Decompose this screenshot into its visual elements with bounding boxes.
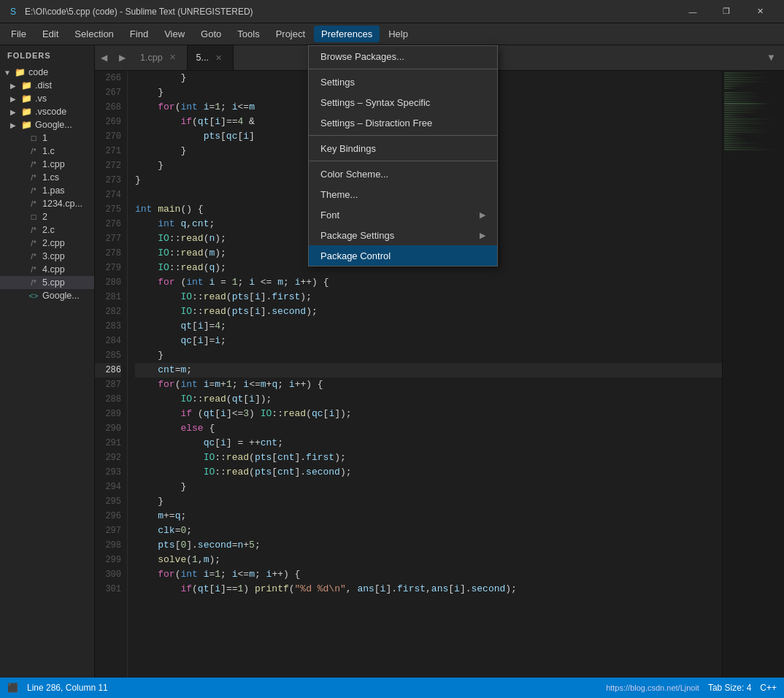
tab-5cpp[interactable]: 5... ✕ — [188, 45, 234, 70]
line-num-301: 301 — [95, 582, 121, 597]
sidebar-item-1c[interactable]: ▶ /* 1.c — [0, 145, 94, 158]
tab-1cpp[interactable]: 1.cpp ✕ — [131, 45, 188, 70]
sidebar-item-5cpp[interactable]: ▶ /* 5.cpp — [0, 276, 94, 289]
mini-line — [724, 110, 760, 111]
file-icon: □ — [28, 212, 39, 221]
sidebar-item-vscode[interactable]: ▶ 📁 .vscode — [0, 105, 94, 118]
maximize-button[interactable]: ❐ — [710, 0, 743, 23]
folder-icon: 📁 — [20, 120, 32, 130]
settings-syntax-label: Settings – Syntax Specific — [320, 97, 430, 108]
sidebar-item-1[interactable]: ▶ □ 1 — [0, 131, 94, 145]
cursor-position: Line 286, Column 11 — [27, 683, 108, 693]
window-controls: — ❐ ✕ — [676, 0, 777, 23]
sidebar-item-dist[interactable]: ▶ 📁 .dist — [0, 79, 94, 92]
menu-project[interactable]: Project — [269, 26, 312, 42]
menu-preferences[interactable]: Preferences — [314, 26, 380, 42]
package-control-label: Package Control — [320, 250, 391, 261]
line-num-300: 300 — [95, 567, 121, 582]
mini-line — [724, 114, 745, 115]
expand-arrow: ▶ — [10, 95, 20, 103]
line-num-274: 274 — [95, 188, 121, 202]
mini-line — [724, 116, 749, 118]
line-num-298: 298 — [95, 538, 121, 553]
tab-nav-prev[interactable]: ◀ — [95, 45, 113, 70]
file-icon: /* — [28, 252, 39, 261]
sidebar-item-2cpp[interactable]: ▶ /* 2.cpp — [0, 237, 94, 250]
sidebar-item-2c[interactable]: ▶ /* 2.c — [0, 223, 94, 237]
submenu-arrow: ▶ — [480, 210, 485, 220]
language-label[interactable]: C++ — [760, 683, 777, 693]
code-line-286: cnt=m; — [135, 363, 722, 377]
line-num-266: 266 — [95, 71, 121, 85]
sidebar-item-4cpp[interactable]: ▶ /* 4.cpp — [0, 263, 94, 276]
menu-settings[interactable]: Settings — [309, 72, 497, 92]
mini-line — [724, 118, 776, 120]
mini-line — [724, 96, 763, 98]
sidebar-item-1pas[interactable]: ▶ /* 1.pas — [0, 184, 94, 197]
sidebar-item-1cs[interactable]: ▶ /* 1.cs — [0, 171, 94, 184]
file-name: 2.cpp — [42, 238, 65, 248]
menu-color-scheme[interactable]: Color Scheme... — [309, 164, 497, 184]
mini-line — [724, 72, 766, 74]
menu-find[interactable]: Find — [123, 26, 155, 42]
expand-arrow: ▼ — [4, 69, 14, 77]
line-num-284: 284 — [95, 334, 121, 348]
sidebar-item-1cpp[interactable]: ▶ /* 1.cpp — [0, 158, 94, 171]
menu-settings-df[interactable]: Settings – Distraction Free — [309, 112, 497, 133]
menu-tools[interactable]: Tools — [230, 26, 266, 42]
minimize-button[interactable]: — — [676, 0, 710, 23]
file-icon: /* — [28, 160, 39, 169]
mini-line — [724, 123, 772, 124]
sidebar-item-google-file[interactable]: ▶ <> Google... — [0, 289, 94, 302]
sidebar-item-vs[interactable]: ▶ 📁 .vs — [0, 92, 94, 105]
line-num-291: 291 — [95, 436, 121, 450]
line-num-285: 285 — [95, 348, 121, 363]
menu-package-control[interactable]: Package Control — [309, 245, 497, 266]
code-line-281: IO::read(pts[i].first); — [135, 290, 722, 304]
close-button[interactable]: ✕ — [743, 0, 777, 23]
line-num-287: 287 — [95, 377, 121, 392]
menu-theme[interactable]: Theme... — [309, 184, 497, 204]
tab-close-button[interactable]: ✕ — [213, 53, 224, 64]
menu-view[interactable]: View — [157, 26, 192, 42]
code-line-285: } — [135, 348, 722, 363]
mini-line — [724, 83, 750, 85]
folder-icon: 📁 — [20, 93, 32, 104]
line-num-272: 272 — [95, 158, 121, 173]
menu-separator — [309, 69, 497, 69]
code-line-282: IO::read(pts[i].second); — [135, 304, 722, 319]
line-num-290: 290 — [95, 421, 121, 436]
line-numbers: 266 267 268 269 270 271 272 273 274 275 … — [95, 71, 128, 678]
code-line-301: if(qt[i]==1) printf("%d %d\n", ans[i].fi… — [135, 582, 722, 597]
menu-file[interactable]: File — [4, 26, 34, 42]
menu-help[interactable]: Help — [381, 26, 415, 42]
menu-package-settings[interactable]: Package Settings ▶ — [309, 225, 497, 245]
mini-line — [724, 149, 777, 150]
mini-line — [724, 120, 763, 122]
line-num-268: 268 — [95, 100, 121, 115]
line-num-282: 282 — [95, 304, 121, 319]
menu-font[interactable]: Font ▶ — [309, 204, 497, 225]
folder-icon: 📁 — [14, 67, 26, 77]
menu-key-bindings[interactable]: Key Bindings — [309, 138, 497, 158]
tab-list-button[interactable]: ▼ — [758, 45, 784, 70]
tab-close-button[interactable]: ✕ — [167, 52, 178, 63]
sidebar-item-1234cpp[interactable]: ▶ /* 1234.cp... — [0, 197, 94, 210]
tab-nav-next[interactable]: ▶ — [113, 45, 131, 70]
code-line-283: qt[i]=4; — [135, 319, 722, 334]
mini-line — [724, 101, 761, 102]
menu-settings-syntax[interactable]: Settings – Syntax Specific — [309, 92, 497, 112]
sidebar-item-3cpp[interactable]: ▶ /* 3.cpp — [0, 250, 94, 263]
sidebar-item-code[interactable]: ▼ 📁 code — [0, 66, 94, 79]
line-num-278: 278 — [95, 246, 121, 261]
file-icon: /* — [28, 226, 39, 234]
sidebar-item-2[interactable]: ▶ □ 2 — [0, 210, 94, 223]
title-bar: S E:\OI\code\5.cpp (code) - Sublime Text… — [0, 0, 784, 23]
menu-selection[interactable]: Selection — [67, 26, 120, 42]
menu-edit[interactable]: Edit — [35, 26, 66, 42]
sidebar-item-google[interactable]: ▶ 📁 Google... — [0, 118, 94, 131]
menu-browse-packages[interactable]: Browse Packages... — [309, 46, 497, 66]
menu-goto[interactable]: Goto — [193, 26, 228, 42]
tab-size-label[interactable]: Tab Size: 4 — [708, 683, 751, 693]
browse-packages-label: Browse Packages... — [320, 51, 404, 62]
